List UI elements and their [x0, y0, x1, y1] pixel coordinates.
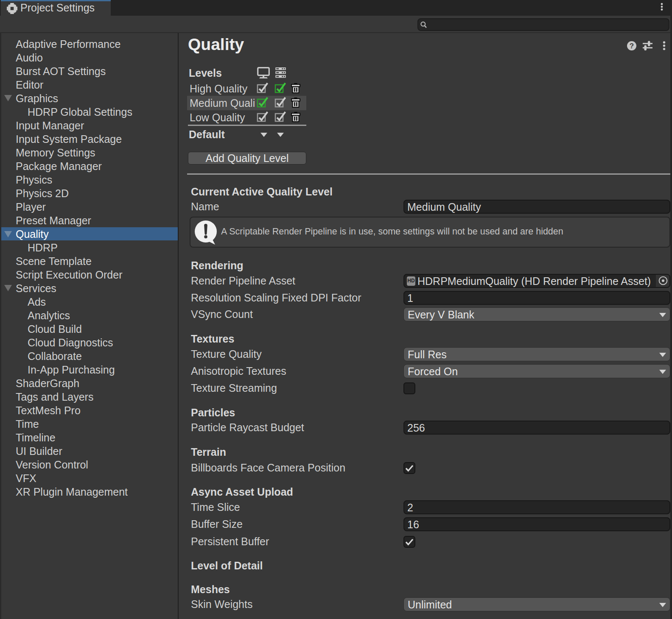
- svg-text:?: ?: [630, 42, 634, 50]
